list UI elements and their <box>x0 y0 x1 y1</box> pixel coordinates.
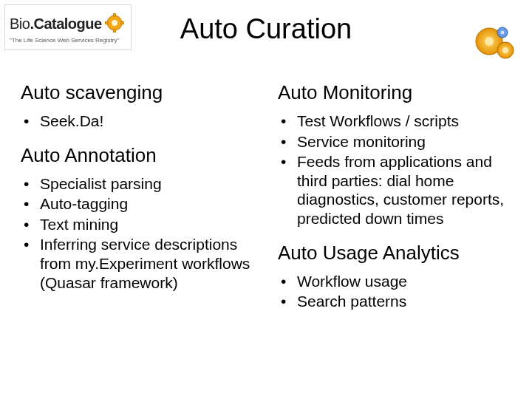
list-item: Service monitoring <box>278 132 517 151</box>
gears-icon <box>473 22 517 66</box>
list-item: Specialist parsing <box>21 174 260 194</box>
list-auto-scavenging: Seek.Da! <box>21 112 260 131</box>
list-item: Auto-tagging <box>21 194 260 214</box>
page-title: Auto Curation <box>0 13 532 45</box>
list-item: Workflow usage <box>278 272 517 291</box>
list-item: Feeds from applications and third partie… <box>278 152 517 228</box>
right-column: Auto Monitoring Test Workflows / scripts… <box>278 81 517 392</box>
list-item: Inferring service descriptions from my.E… <box>21 235 260 292</box>
heading-auto-usage-analytics: Auto Usage Analytics <box>278 242 517 265</box>
list-item: Seek.Da! <box>21 112 260 131</box>
heading-auto-monitoring: Auto Monitoring <box>278 81 517 104</box>
list-auto-monitoring: Test Workflows / scripts Service monitor… <box>278 112 517 228</box>
list-auto-usage-analytics: Workflow usage Search patterns <box>278 272 517 311</box>
list-item: Test Workflows / scripts <box>278 112 517 131</box>
left-column: Auto scavenging Seek.Da! Auto Annotation… <box>21 81 260 392</box>
heading-auto-scavenging: Auto scavenging <box>21 81 260 104</box>
content-columns: Auto scavenging Seek.Da! Auto Annotation… <box>21 81 517 392</box>
list-item: Search patterns <box>278 292 517 311</box>
svg-point-9 <box>502 47 508 53</box>
list-item: Text mining <box>21 215 260 234</box>
heading-auto-annotation: Auto Annotation <box>21 144 260 167</box>
svg-point-11 <box>501 31 505 35</box>
svg-point-7 <box>485 37 494 46</box>
list-auto-annotation: Specialist parsing Auto-tagging Text min… <box>21 174 260 293</box>
